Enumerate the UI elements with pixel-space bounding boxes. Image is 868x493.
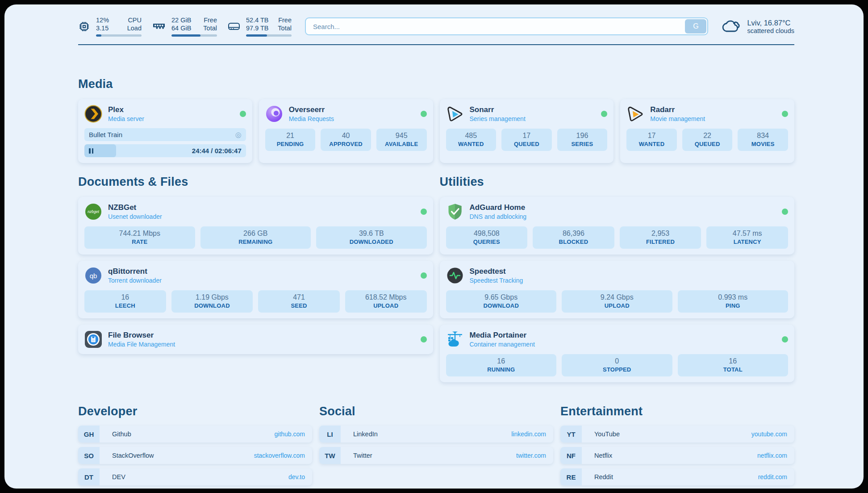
overseerr-icon bbox=[265, 105, 283, 123]
portainer-card[interactable]: Media Portainer Container management 16 … bbox=[440, 325, 795, 382]
stat-value: 17 bbox=[628, 132, 675, 140]
now-playing-progress: 24:44 / 02:06:47 bbox=[84, 144, 246, 157]
stat-label: DOWNLOADED bbox=[318, 238, 425, 245]
stat-value: 0.993 ms bbox=[680, 293, 787, 301]
bookmark-netflix[interactable]: NF Netflix netflix.com bbox=[560, 447, 794, 464]
cpu-icon bbox=[78, 21, 90, 33]
card-subtitle: Media server bbox=[108, 115, 144, 122]
bookmark-twitter[interactable]: TW Twitter twitter.com bbox=[319, 447, 553, 464]
card-subtitle: DNS and adblocking bbox=[470, 213, 527, 220]
stat-label: STOPPED bbox=[563, 366, 671, 373]
ram-total-value: 64 GiB bbox=[171, 24, 191, 32]
card-subtitle: Container management bbox=[470, 341, 535, 348]
stat-label: PING bbox=[680, 302, 787, 309]
bookmark-abbr: YT bbox=[560, 426, 582, 443]
stat-label: QUEUED bbox=[684, 141, 731, 147]
portainer-icon bbox=[446, 330, 464, 348]
bookmark-url: twitter.com bbox=[516, 452, 546, 459]
section-title-utilities: Utilities bbox=[440, 175, 795, 189]
bookmark-name: Github bbox=[112, 430, 131, 438]
bookmark-group-social: Social LI LinkedIn linkedin.com TW Twitt… bbox=[319, 405, 553, 485]
bookmark-abbr: DT bbox=[78, 468, 100, 485]
stat-tile: 40 APPROVED bbox=[321, 129, 371, 151]
stat-label: FILTERED bbox=[622, 238, 700, 245]
card-title: Media Portainer bbox=[470, 331, 535, 340]
stat-tile: 485 WANTED bbox=[446, 129, 497, 151]
cpu-value: 12% bbox=[96, 16, 109, 24]
bookmark-name: Reddit bbox=[594, 473, 613, 480]
stat-value: 21 bbox=[267, 132, 314, 140]
bookmark-linkedin[interactable]: LI LinkedIn linkedin.com bbox=[319, 426, 553, 443]
card-title: Radarr bbox=[650, 105, 705, 114]
stat-tile: 0 STOPPED bbox=[562, 354, 672, 376]
stat-value: 266 GB bbox=[202, 230, 309, 238]
card-title: qBittorrent bbox=[108, 267, 162, 276]
stat-label: APPROVED bbox=[322, 141, 369, 147]
overseerr-card[interactable]: Overseerr Media Requests 21 PENDING 40 A… bbox=[259, 99, 433, 163]
bookmark-github[interactable]: GH Github github.com bbox=[78, 426, 312, 443]
stat-label: SERIES bbox=[559, 141, 606, 147]
plex-card[interactable]: Plex Media server Bullet Train ◎ 24:44 /… bbox=[78, 99, 252, 163]
radarr-card[interactable]: Radarr Movie management 17 WANTED 22 QUE… bbox=[620, 99, 794, 163]
stat-value: 471 bbox=[260, 293, 338, 301]
stat-tile: 1.19 Gbps DOWNLOAD bbox=[171, 290, 253, 313]
bookmark-name: LinkedIn bbox=[353, 430, 378, 438]
stat-label: WANTED bbox=[448, 141, 495, 147]
bookmark-name: Twitter bbox=[353, 452, 372, 459]
card-title: File Browser bbox=[108, 331, 175, 340]
filebrowser-icon bbox=[84, 330, 102, 348]
stat-value: 0 bbox=[563, 357, 671, 365]
stat-tile: 834 MOVIES bbox=[738, 129, 788, 151]
header-divider bbox=[78, 44, 794, 45]
bookmark-reddit[interactable]: RE Reddit reddit.com bbox=[560, 468, 794, 485]
stat-tile: 47.57 ms LATENCY bbox=[706, 226, 788, 249]
qbittorrent-card[interactable]: qb qBittorrent Torrent downloader bbox=[78, 261, 433, 318]
stat-label: DOWNLOAD bbox=[173, 302, 251, 309]
stat-value: 47.57 ms bbox=[708, 230, 786, 238]
bookmark-url: stackoverflow.com bbox=[254, 452, 305, 459]
search-engine-button[interactable]: G bbox=[685, 19, 706, 33]
stat-tile: 0.993 ms PING bbox=[678, 290, 789, 313]
dashboard: 12%CPU 3.15Load bbox=[4, 4, 864, 489]
cpu-load-value: 3.15 bbox=[96, 24, 108, 32]
stat-label: LEECH bbox=[86, 302, 164, 309]
bookmark-stackoverflow[interactable]: SO StackOverflow stackoverflow.com bbox=[78, 447, 312, 464]
search-input[interactable] bbox=[305, 17, 708, 35]
bookmark-youtube[interactable]: YT YouTube youtube.com bbox=[560, 426, 794, 443]
stat-tile: 17 QUEUED bbox=[501, 129, 552, 151]
card-subtitle: Series management bbox=[470, 115, 526, 122]
stat-label: PENDING bbox=[267, 141, 314, 147]
filebrowser-card[interactable]: File Browser Media File Management bbox=[78, 325, 433, 354]
ram-free-label: Free bbox=[204, 16, 217, 24]
status-dot bbox=[782, 111, 788, 117]
section-title-media: Media bbox=[78, 77, 794, 91]
stat-value: 9.24 Gbps bbox=[563, 293, 671, 301]
speedtest-icon bbox=[446, 267, 464, 284]
stat-label: TOTAL bbox=[680, 366, 787, 373]
bookmark-abbr: RE bbox=[560, 468, 582, 485]
stat-value: 86,396 bbox=[534, 230, 613, 238]
status-dot bbox=[782, 336, 788, 343]
weather-location: Lviv, 16.87°C bbox=[747, 19, 794, 27]
nzbget-card[interactable]: nzbget NZBGet Usenet downloader 74 bbox=[78, 197, 433, 255]
stat-value: 16 bbox=[680, 357, 787, 365]
stat-tile: 22 QUEUED bbox=[682, 129, 733, 151]
bookmark-abbr: GH bbox=[78, 426, 100, 443]
speedtest-card[interactable]: Speedtest Speedtest Tracking 9.65 Gbps D… bbox=[440, 261, 795, 318]
adguard-card[interactable]: AdGuard Home DNS and adblocking 498,508 … bbox=[440, 197, 795, 255]
bookmark-name: StackOverflow bbox=[112, 452, 154, 459]
stat-tile: 9.24 Gbps UPLOAD bbox=[562, 290, 672, 313]
stat-value: 485 bbox=[448, 132, 495, 140]
sonarr-icon bbox=[446, 105, 464, 123]
stat-value: 744.21 Mbps bbox=[86, 230, 193, 238]
system-stats: 12%CPU 3.15Load bbox=[78, 16, 292, 37]
disk-free-label: Free bbox=[278, 16, 292, 24]
card-subtitle: Media Requests bbox=[289, 115, 334, 122]
card-subtitle: Media File Management bbox=[108, 341, 175, 348]
bookmark-abbr: NF bbox=[560, 447, 582, 464]
sonarr-card[interactable]: Sonarr Series management 485 WANTED 17 Q… bbox=[440, 99, 614, 163]
stat-label: QUEUED bbox=[503, 141, 550, 147]
bookmark-dev[interactable]: DT DEV dev.to bbox=[78, 468, 312, 485]
cloud-icon bbox=[722, 19, 741, 34]
nzbget-icon: nzbget bbox=[84, 203, 102, 221]
